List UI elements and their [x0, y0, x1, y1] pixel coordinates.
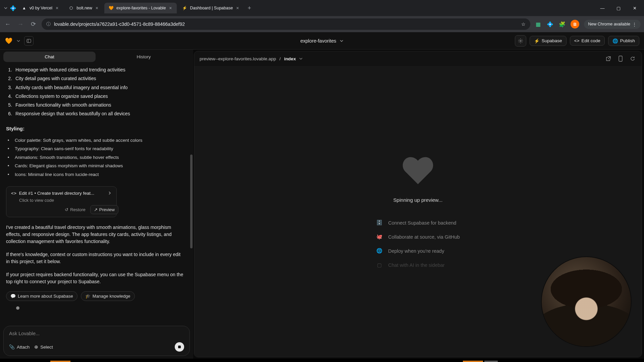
- sidebar: Chat History 1.Homepage with featured ci…: [0, 50, 193, 359]
- list-item: Collections system to organize saved pla…: [15, 93, 108, 100]
- composer-input[interactable]: Ask Lovable...: [9, 331, 184, 336]
- restore-button[interactable]: ↺ Restore: [61, 205, 89, 214]
- loading-text: Spinning up preview...: [393, 197, 443, 203]
- bookmark-star-icon[interactable]: ☆: [521, 21, 526, 27]
- app-header: 🧡 explore-favorites ⚡ Supabase <> Edit c…: [0, 32, 644, 50]
- supabase-button[interactable]: ⚡ Supabase: [530, 36, 567, 46]
- stop-icon: [178, 345, 181, 349]
- favicon-supabase: ⚡: [182, 5, 187, 11]
- tab-title: Dashboard | Supabase: [190, 6, 233, 10]
- extension-icon-1[interactable]: ▦: [534, 20, 542, 28]
- svg-rect-3: [178, 346, 181, 348]
- chevron-down-icon[interactable]: [299, 57, 303, 60]
- scrollbar-thumb[interactable]: [190, 155, 193, 248]
- attach-button[interactable]: 📎 Attach: [9, 344, 30, 350]
- window-close[interactable]: ✕: [628, 3, 641, 13]
- back-button[interactable]: ←: [3, 20, 12, 28]
- new-tab-button[interactable]: +: [245, 5, 254, 12]
- gear-icon: [518, 38, 523, 44]
- taskbar: [0, 359, 644, 362]
- close-icon[interactable]: ×: [55, 5, 59, 11]
- project-name[interactable]: explore-favorites: [300, 38, 343, 44]
- lovable-logo[interactable]: 🧡: [5, 37, 13, 45]
- svg-point-2: [520, 40, 521, 41]
- manage-knowledge-chip[interactable]: 🎓 Manage knowledge: [81, 291, 135, 301]
- github-icon: 🐙: [376, 234, 383, 240]
- refresh-preview-icon[interactable]: [629, 55, 636, 62]
- sidebar-icon: ▢: [376, 262, 383, 268]
- list-item: Responsive design that works beautifully…: [15, 110, 130, 117]
- tab-bolt[interactable]: ⬡ bolt.new ×: [64, 3, 103, 13]
- hint-deploy: 🌐 Deploy when you're ready: [376, 248, 460, 254]
- list-item: City detail pages with curated activitie…: [15, 75, 96, 82]
- assistant-paragraph: I've created a beautiful travel director…: [6, 224, 185, 245]
- svg-rect-0: [27, 39, 31, 43]
- extension-icon-2[interactable]: 💠: [546, 20, 554, 28]
- sidebar-tabs: Chat History: [0, 50, 193, 64]
- list-item: Typography: Clean sans-serif fonts for r…: [15, 145, 113, 152]
- open-external-icon[interactable]: [605, 55, 612, 62]
- database-icon: 🗄️: [376, 220, 383, 226]
- heart-icon: [401, 155, 435, 188]
- taskbar-indicator: [50, 361, 70, 362]
- tab-lovable[interactable]: 🧡 explore-favorites - Lovable ×: [104, 3, 176, 13]
- url-input[interactable]: ⓘ lovable.dev/projects/a7622a91-c3d0-457…: [42, 18, 530, 30]
- list-item: Homepage with featured cities and trendi…: [15, 66, 125, 73]
- site-info-icon[interactable]: ⓘ: [46, 21, 51, 27]
- tab-history[interactable]: History: [98, 52, 190, 62]
- extensions-menu-icon[interactable]: 🧩: [558, 20, 566, 28]
- close-icon[interactable]: ×: [168, 5, 172, 11]
- hint-chat: ▢ Chat with AI in the sidebar: [376, 262, 460, 268]
- mobile-view-icon[interactable]: [617, 55, 624, 62]
- taskbar-indicator: [463, 361, 483, 362]
- tab-v0[interactable]: ▲ v0 by Vercel ×: [17, 3, 63, 13]
- publish-button[interactable]: 🌐 Publish: [608, 36, 639, 46]
- hint-supabase: 🗄️ Connect Supabase for backend: [376, 220, 460, 226]
- code-icon: <>: [574, 38, 580, 43]
- undo-icon: ↺: [65, 207, 68, 212]
- favicon-lovable: 🧡: [108, 5, 114, 11]
- edit-code-button[interactable]: <> Edit code: [570, 36, 605, 46]
- close-icon[interactable]: ×: [235, 5, 239, 11]
- assistant-paragraph: If your project requires backend functio…: [6, 271, 185, 285]
- list-item: Favorites functionality with smooth anim…: [15, 102, 111, 108]
- window-minimize[interactable]: —: [596, 3, 609, 13]
- tab-supabase[interactable]: ⚡ Dashboard | Supabase ×: [178, 3, 244, 13]
- tab-title: v0 by Vercel: [30, 6, 52, 10]
- favicon-v0: ▲: [21, 5, 27, 11]
- chevron-down-icon[interactable]: [17, 39, 20, 43]
- reload-button[interactable]: ⟳: [29, 20, 38, 28]
- tab-title: explore-favorites - Lovable: [116, 6, 166, 10]
- tab-chat[interactable]: Chat: [3, 52, 96, 62]
- globe-icon: 🌐: [376, 248, 383, 254]
- supabase-icon: ⚡: [534, 38, 540, 44]
- stop-button[interactable]: [175, 342, 184, 352]
- gem-icon[interactable]: 💠: [10, 5, 16, 11]
- tab-search-dropdown[interactable]: [3, 5, 9, 11]
- paperclip-icon: 📎: [9, 344, 15, 350]
- learn-supabase-chip[interactable]: 💬 Learn more about Supabase: [6, 291, 77, 301]
- code-icon: <>: [11, 191, 16, 196]
- chat-scroll[interactable]: 1.Homepage with featured cities and tren…: [0, 64, 193, 323]
- styling-list: •Color palette: Soft grays, warm whites,…: [6, 136, 185, 179]
- taskbar-indicator: [484, 361, 498, 362]
- close-icon[interactable]: ×: [95, 5, 99, 11]
- webcam-overlay: [541, 256, 632, 347]
- target-icon: ⊕: [34, 344, 38, 350]
- external-link-icon: ↗: [94, 207, 98, 212]
- window-maximize[interactable]: ▢: [612, 3, 625, 13]
- preview-toolbar: preview--explore-favorites.lovable.app /…: [194, 51, 642, 66]
- globe-icon: 🌐: [612, 38, 618, 44]
- url-text: lovable.dev/projects/a7622a91-c3d0-4571-…: [54, 21, 185, 27]
- chrome-update-button[interactable]: New Chrome available ⋮: [584, 20, 641, 29]
- favicon-bolt: ⬡: [68, 5, 74, 11]
- select-button[interactable]: ⊕ Select: [34, 344, 53, 350]
- edit-card[interactable]: <> Edit #1 • Create travel directory fea…: [6, 186, 117, 217]
- assistant-paragraph: If there's knowledge, context or custom …: [6, 251, 185, 265]
- profile-avatar[interactable]: B: [571, 20, 579, 28]
- toggle-sidebar-button[interactable]: [24, 36, 34, 46]
- preview-button[interactable]: ↗ Preview: [90, 205, 118, 214]
- settings-button[interactable]: [515, 35, 526, 47]
- preview-host: preview--explore-favorites.lovable.app: [200, 56, 276, 61]
- forward-button[interactable]: →: [16, 20, 25, 28]
